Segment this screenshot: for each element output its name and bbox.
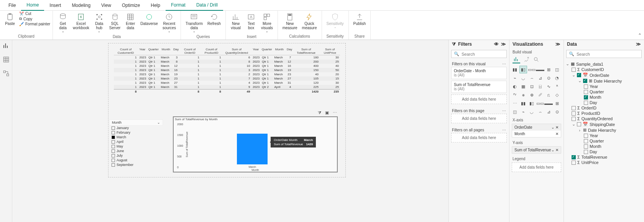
eye-icon[interactable]: 👁 [494, 41, 499, 47]
table-row[interactable]: 12023Qtr 1March1211102023Qtr 1March16400… [114, 64, 340, 68]
new-measure-button[interactable]: New measure [280, 12, 300, 31]
collapse-pane-icon[interactable]: ≫ [636, 41, 641, 47]
viz-type-button[interactable]: ◡ [528, 108, 536, 116]
slicer-item[interactable]: August [109, 158, 163, 162]
field-unitprice[interactable]: ΣUnitPrice [565, 160, 643, 165]
data-search-input[interactable] [577, 52, 639, 56]
data-hub-button[interactable]: Data hub⌄ [92, 12, 107, 35]
table-row[interactable]: 12023Qtr 1March231172023Qtr 1March271051… [114, 76, 340, 81]
field-quantityordered[interactable]: ΣQuantityOrdered [565, 116, 643, 121]
viz-type-button[interactable]: ᴾʸ [511, 91, 519, 99]
legend-drop[interactable]: Add data fields here [512, 162, 561, 172]
new-visual-button[interactable]: New visual [228, 12, 243, 31]
viz-type-button[interactable]: ⌁ [519, 108, 527, 116]
table-header-cell[interactable]: Sum of QuantityOrdered [222, 47, 251, 55]
quick-measure-button[interactable]: Quick measure [300, 12, 319, 31]
viz-type-button[interactable]: ⊕ [528, 91, 536, 99]
copy-button[interactable]: ⧉Copy [19, 17, 32, 21]
format-visual-tab[interactable] [522, 56, 530, 63]
table-header-cell[interactable]: Quarter [261, 47, 273, 55]
format-painter-button[interactable]: 🖌️Format painter [19, 22, 50, 26]
field-orderdate[interactable]: ⌄📅 OrderDate [565, 72, 643, 78]
viz-type-button[interactable]: ⊞ [545, 66, 552, 73]
tab-optimize[interactable]: Optimize [117, 0, 145, 10]
chevron-down-icon[interactable]: ⌄ [157, 121, 160, 124]
table-header-cell[interactable]: Count of ProductID [200, 47, 222, 55]
tab-format[interactable]: Format [166, 0, 191, 11]
transform-data-button[interactable]: Transform data⌄ [183, 12, 205, 35]
viz-type-button[interactable]: ⎈ [519, 91, 527, 99]
table-header-cell[interactable]: Sum of UnitPrice [320, 47, 340, 55]
field-shippingdate-hierarchy[interactable]: ›⊞ Date Hierarchy [565, 127, 643, 133]
viz-type-button[interactable]: ▮▯ [519, 66, 527, 73]
data-view-button[interactable] [3, 56, 10, 63]
field-orderdate-month[interactable]: Month [565, 94, 643, 100]
viz-type-button[interactable]: ▦ [519, 83, 527, 90]
data-search[interactable]: 🔍 [566, 50, 642, 58]
tab-insert[interactable]: Insert [44, 0, 66, 10]
viz-type-button[interactable]: ⊿ [536, 74, 544, 82]
more-icon[interactable]: ⋯ [502, 128, 506, 132]
more-icon[interactable]: ⋯ [502, 62, 506, 66]
viz-type-button[interactable]: ◐ [511, 83, 519, 90]
viz-type-button[interactable]: ⎌ [545, 91, 552, 99]
table-header-cell[interactable]: Day [172, 47, 179, 55]
viz-type-button[interactable]: ◇ [553, 91, 561, 99]
cut-button[interactable]: ✂️Cut [19, 12, 31, 16]
viz-type-button[interactable]: ▮▯ [528, 99, 536, 107]
viz-type-button[interactable]: ␥ [536, 91, 544, 99]
collapse-pane-icon[interactable]: ≫ [555, 41, 560, 47]
model-view-button[interactable] [3, 70, 10, 77]
field-customerid[interactable]: ΣCustomerID [565, 67, 643, 72]
dataverse-button[interactable]: Dataverse [138, 12, 160, 27]
viz-type-button[interactable]: ▭▭ [528, 66, 536, 73]
slicer-item[interactable]: July [109, 153, 163, 158]
field-shippingdate-year[interactable]: Year [565, 133, 643, 138]
slicer-item[interactable]: March [109, 135, 163, 139]
slicer-visual[interactable]: Month ⌄ JanuaryFebruaryMarchAprilMayJune… [109, 119, 163, 167]
table-row[interactable]: 12023Qtr 1March311192023Qtr 2April422525 [114, 85, 340, 89]
viz-type-button[interactable]: ◫ [553, 66, 561, 73]
tab-file[interactable]: File [3, 0, 21, 10]
sensitivity-button[interactable]: Sensitivity⌄ [324, 12, 346, 31]
field-shippingdate-month[interactable]: Month [565, 144, 643, 149]
report-canvas[interactable]: Count of CustomerIDYearQuarterMonthDayCo… [12, 40, 442, 222]
more-icon[interactable]: ⋯ [502, 109, 506, 113]
viz-type-button[interactable]: ◫ [511, 108, 519, 116]
table-header-cell[interactable]: Year [138, 47, 147, 55]
filter-card-orderdate-month[interactable]: OrderDate - Month is (All) [451, 67, 507, 79]
slicer-item[interactable]: May [109, 144, 163, 149]
recent-sources-button[interactable]: Recent sources⌄ [160, 12, 178, 35]
collapse-pane-icon[interactable]: ≫ [501, 41, 506, 47]
field-shippingdate-quarter[interactable]: Quarter [565, 138, 643, 144]
table-row[interactable]: 12023Qtr 1March161132023Qtr 1March191505… [114, 68, 340, 72]
field-orderdate-day[interactable]: Day [565, 100, 643, 105]
viz-type-button[interactable]: ▮▮ [511, 66, 519, 73]
viz-type-button[interactable]: ⊿ [545, 108, 552, 116]
filter-drop-all[interactable]: Add data fields here [451, 133, 507, 142]
viz-type-button[interactable]: ▬▬ [545, 99, 552, 107]
table-header-cell[interactable]: Count of OrderID [179, 47, 200, 55]
filters-search-input[interactable] [462, 52, 504, 56]
tab-modeling[interactable]: Modeling [66, 0, 96, 10]
viz-type-button[interactable]: ᴿ [553, 83, 561, 90]
viz-type-button[interactable]: ◡ [519, 74, 527, 82]
field-orderid[interactable]: ΣOrderID [565, 105, 643, 111]
get-data-button[interactable]: Get data⌄ [55, 12, 71, 35]
slicer-item[interactable]: January [109, 126, 163, 130]
slicer-item[interactable]: April [109, 139, 163, 144]
table-header-cell[interactable]: Count of CustomerID [114, 47, 138, 55]
viz-type-button[interactable]: ⊞ [553, 99, 561, 107]
viz-type-button[interactable]: ⌢ [536, 108, 544, 116]
filter-icon[interactable]: ⧩ [317, 110, 322, 115]
slicer-item[interactable]: September [109, 162, 163, 167]
report-view-button[interactable] [3, 42, 10, 49]
viz-type-button[interactable]: ⌁ [511, 74, 519, 82]
publish-button[interactable]: Publish [351, 12, 368, 27]
filter-drop-page[interactable]: Add data fields here [451, 114, 507, 123]
table-header-cell[interactable]: Day [286, 47, 292, 55]
table-node[interactable]: ⌄▦ Sample_data1 [565, 61, 643, 67]
ribbon-collapse-button[interactable]: ⌃ [638, 33, 642, 38]
slicer-item[interactable]: June [109, 149, 163, 153]
table-header-cell[interactable]: Quarter [147, 47, 160, 55]
